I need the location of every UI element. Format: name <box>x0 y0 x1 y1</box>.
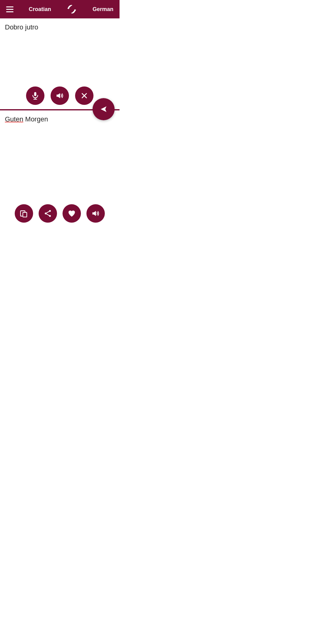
svg-marker-5 <box>57 93 60 98</box>
svg-line-13 <box>47 212 49 213</box>
target-language-label[interactable]: German <box>93 6 113 13</box>
target-word-guten[interactable]: Guten <box>5 115 23 123</box>
copy-button[interactable] <box>15 204 33 223</box>
svg-marker-8 <box>101 106 107 112</box>
target-panel: Guten Morgen <box>0 110 120 227</box>
source-text[interactable]: Dobro jutro <box>5 23 115 32</box>
swap-languages-icon[interactable] <box>66 4 77 15</box>
svg-marker-15 <box>93 211 96 216</box>
speak-source-button[interactable] <box>51 86 69 105</box>
target-actions-bar <box>0 204 120 223</box>
translate-button[interactable] <box>93 98 115 120</box>
source-panel: Dobro jutro <box>0 18 120 110</box>
speak-translation-button[interactable] <box>86 204 105 223</box>
favorite-button[interactable] <box>63 204 81 223</box>
svg-line-14 <box>47 214 49 216</box>
clear-button[interactable] <box>75 86 93 105</box>
hamburger-menu-button[interactable] <box>6 6 13 12</box>
svg-rect-9 <box>23 213 27 217</box>
share-button[interactable] <box>39 204 57 223</box>
svg-rect-2 <box>34 92 36 96</box>
microphone-button[interactable] <box>26 86 44 105</box>
target-word-morgen: Morgen <box>23 115 48 123</box>
source-language-label[interactable]: Croatian <box>29 6 51 13</box>
app-header: Croatian German <box>0 0 120 18</box>
